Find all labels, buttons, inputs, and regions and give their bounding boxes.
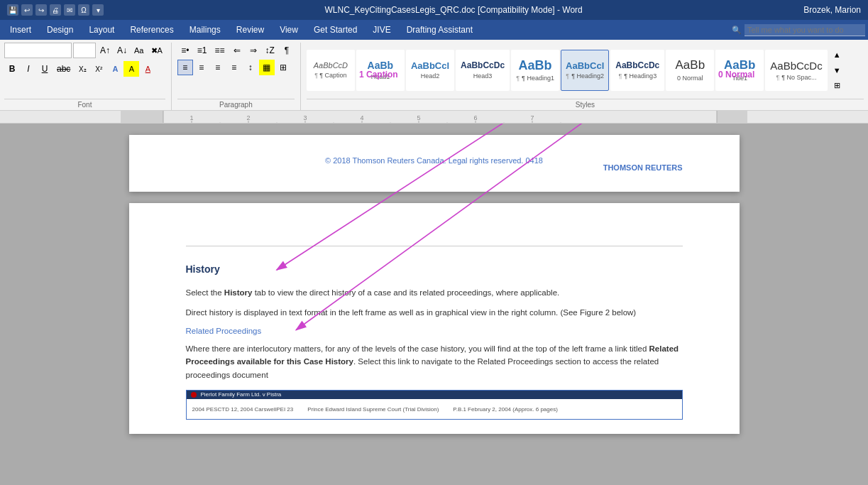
- shading-button[interactable]: ▦: [259, 60, 275, 75]
- font-group: Arial 11 A↑ A↓ Aa ✖A B I U abc X₂ X² A A…: [4, 43, 172, 110]
- font-shrink-button[interactable]: A↓: [114, 43, 130, 58]
- style-head1[interactable]: AaBb Head1: [356, 50, 405, 91]
- body-paragraph-1: Select the History tab to view the direc…: [186, 286, 683, 299]
- decrease-indent-button[interactable]: ⇐: [229, 43, 245, 58]
- menu-jive[interactable]: JIVE: [366, 22, 397, 38]
- style-caption-preview: AaBbCcD: [314, 61, 348, 70]
- document-area: © 2018 Thomson Reuters Canada. Legal rig…: [0, 124, 868, 485]
- increase-indent-button[interactable]: ⇒: [246, 43, 261, 58]
- font-color-button[interactable]: A: [140, 61, 155, 77]
- paragraph-row2: ≡ ≡ ≡ ≡ ↕ ▦ ⊞: [177, 60, 291, 75]
- menu-review[interactable]: Review: [229, 22, 271, 38]
- bold-button[interactable]: B: [4, 61, 20, 77]
- menu-bar: Insert Design Layout References Mailings…: [0, 20, 868, 40]
- clear-format-button[interactable]: ✖A: [148, 43, 165, 58]
- save-icon[interactable]: 💾: [7, 4, 18, 16]
- style-heading1[interactable]: AaBb ¶¶ Heading1: [511, 50, 559, 91]
- style-title1-label: Title1: [732, 75, 747, 82]
- svg-text:7: 7: [530, 114, 534, 121]
- line-spacing-button[interactable]: ↕: [243, 60, 258, 75]
- font-selector-row: Arial 11 A↑ A↓ Aa ✖A: [4, 43, 165, 58]
- style-head2[interactable]: AaBbCcl Head2: [406, 50, 454, 91]
- title-bar-left: 💾 ↩ ↪ 🖨 ✉ Ω ▾: [7, 4, 104, 16]
- borders-button[interactable]: ⊞: [275, 60, 291, 75]
- style-normal[interactable]: AaBb 0 Normal: [666, 50, 714, 91]
- svg-rect-0: [121, 111, 747, 124]
- style-head3-preview: AaBbCcDc: [461, 60, 505, 70]
- style-caption-label: ¶¶ Caption: [314, 72, 346, 79]
- menu-drafting-assistant[interactable]: Drafting Assistant: [400, 22, 480, 38]
- align-right-button[interactable]: ≡: [210, 60, 226, 75]
- numbering-button[interactable]: ≡1: [194, 43, 211, 58]
- search-icon: 🔍: [732, 26, 742, 35]
- style-heading2-preview: AaBbCcl: [566, 60, 604, 72]
- change-case-button[interactable]: Aa: [131, 43, 146, 58]
- quick-access-toolbar: 💾 ↩ ↪ 🖨 ✉ Ω ▾: [7, 4, 104, 16]
- symbol-icon[interactable]: Ω: [78, 4, 89, 16]
- paragraph-group: ≡• ≡1 ≡≡ ⇐ ⇒ ↕Z ¶ ≡ ≡ ≡ ≡ ↕ ▦ ⊞: [177, 43, 301, 110]
- menu-view[interactable]: View: [273, 22, 305, 38]
- style-nospace[interactable]: AaBbCcDc ¶¶ No Spac...: [765, 50, 827, 91]
- style-heading2[interactable]: AaBbCcl ¶¶ Heading2: [561, 50, 609, 91]
- pilcrow-ns: ¶: [776, 74, 779, 81]
- print-icon[interactable]: 🖨: [50, 4, 61, 16]
- sort-button[interactable]: ↕Z: [262, 43, 278, 58]
- style-title1-preview: AaBb: [724, 58, 755, 72]
- styles-scroll: ▲ ▼ ⊞: [830, 48, 844, 93]
- align-left-button[interactable]: ≡: [177, 60, 193, 75]
- style-heading3[interactable]: AaBbCcDc ¶¶ Heading3: [610, 50, 664, 91]
- menu-layout[interactable]: Layout: [82, 22, 121, 38]
- style-caption[interactable]: AaBbCcD ¶¶ Caption: [307, 50, 355, 91]
- font-name-input[interactable]: Arial: [4, 43, 72, 58]
- show-marks-button[interactable]: ¶: [279, 43, 295, 58]
- pilcrow-h2: ¶: [566, 72, 569, 80]
- font-grow-button[interactable]: A↑: [97, 43, 113, 58]
- styles-scroll-down[interactable]: ▼: [830, 63, 844, 77]
- menu-references[interactable]: References: [123, 22, 180, 38]
- multilevel-button[interactable]: ≡≡: [211, 43, 229, 58]
- svg-text:3: 3: [303, 114, 307, 121]
- menu-get-started[interactable]: Get Started: [307, 22, 364, 38]
- ribbon: Arial 11 A↑ A↓ Aa ✖A B I U abc X₂ X² A A…: [0, 40, 868, 111]
- menu-design[interactable]: Design: [40, 22, 80, 38]
- svg-text:6: 6: [473, 114, 477, 121]
- align-center-button[interactable]: ≡: [194, 60, 209, 75]
- styles-expand[interactable]: ⊞: [830, 79, 844, 93]
- redo-icon[interactable]: ↪: [35, 4, 47, 16]
- style-title1[interactable]: AaBb Title1: [715, 50, 764, 91]
- page-2: History Select the History tab to view t…: [129, 203, 740, 434]
- pilcrow-h1: ¶: [516, 75, 520, 82]
- figure-details: P.B.1 February 2, 2004 (Approx. 6 pages): [453, 406, 558, 413]
- paragraph-controls: ≡• ≡1 ≡≡ ⇐ ⇒ ↕Z ¶ ≡ ≡ ≡ ≡ ↕ ▦ ⊞: [177, 43, 295, 97]
- font-group-label: Font: [4, 99, 165, 110]
- styles-group-label: Styles: [307, 99, 864, 110]
- style-head3[interactable]: AaBbCcDc Head3: [456, 50, 510, 91]
- svg-text:2: 2: [246, 114, 250, 121]
- figure-header: Pierlot Family Farm Ltd. v Pistra: [187, 391, 682, 399]
- bullets-button[interactable]: ≡•: [177, 43, 193, 58]
- undo-icon[interactable]: ↩: [21, 4, 33, 16]
- italic-button[interactable]: I: [21, 61, 36, 77]
- style-heading3-label: ¶¶ Heading3: [618, 72, 657, 80]
- style-heading3-preview: AaBbCcDc: [615, 60, 659, 70]
- font-size-input[interactable]: 11: [73, 43, 96, 58]
- svg-text:5: 5: [417, 114, 420, 121]
- menu-insert[interactable]: Insert: [3, 22, 38, 38]
- style-heading1-label: ¶¶ Heading1: [516, 75, 554, 82]
- highlight-button[interactable]: A: [123, 61, 139, 77]
- styles-scroll-up[interactable]: ▲: [830, 48, 844, 62]
- style-heading2-label: ¶¶ Heading2: [566, 72, 604, 80]
- menu-mailings[interactable]: Mailings: [182, 22, 228, 38]
- subscript-button[interactable]: X₂: [75, 61, 90, 77]
- text-effects-button[interactable]: A: [107, 61, 123, 77]
- strikethrough-button[interactable]: abc: [53, 61, 74, 77]
- justify-button[interactable]: ≡: [226, 60, 242, 75]
- superscript-button[interactable]: X²: [91, 61, 106, 77]
- related-proceedings-link[interactable]: Related Proceedings: [186, 327, 683, 335]
- more-icon[interactable]: ▾: [92, 4, 104, 16]
- style-head1-label: Head1: [371, 73, 390, 80]
- underline-button[interactable]: U: [37, 61, 53, 77]
- search-input[interactable]: [745, 24, 865, 36]
- email-icon[interactable]: ✉: [64, 4, 75, 16]
- figure-dot: [191, 392, 197, 398]
